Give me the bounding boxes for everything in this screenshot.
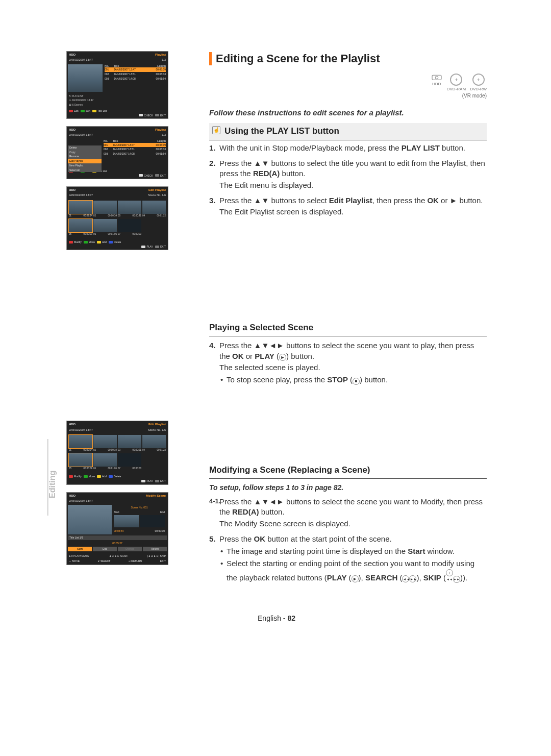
side-tab: Editing xyxy=(46,465,59,500)
osd-preview-thumb xyxy=(68,64,103,92)
step-1: 1. With the unit in Stop mode/Playback m… xyxy=(209,143,487,153)
heading-modifying-scene: Modifying a Scene (Replacing a Scene) xyxy=(209,465,487,479)
play-icon: ► xyxy=(352,575,359,582)
osd-playlist: HDD Playlist JAN/02/2007 13:47 1/3 No. T… xyxy=(66,51,168,119)
skip-fwd-icon: ►►| xyxy=(453,576,460,583)
dvd-rw-icon: +DVD-RW xyxy=(470,74,487,92)
dvd-ram-icon: +DVD-RAM xyxy=(447,74,466,92)
steps-playlist: 1. With the unit in Stop mode/Playback m… xyxy=(209,143,487,217)
page: Editing HDD Playlist JAN/02/2007 13:47 1… xyxy=(66,51,487,588)
heading-playing-selected-scene: Playing a Selected Scene xyxy=(209,322,487,336)
steps-modify: 4-1. Press the ▲▼◄► buttons to select th… xyxy=(209,497,487,583)
osd-row-2: 002JAN/02/2007 13:5100:03:33 xyxy=(105,72,166,77)
footer: English - 82 xyxy=(66,614,487,623)
hdd-icon: HDD xyxy=(431,71,443,87)
device-icons: HDD +DVD-RAM +DVD-RW xyxy=(429,71,487,93)
sub-heading-playlist-button: ☝ Using the PLAY LIST button xyxy=(209,123,487,140)
osd-context-menu: Delete Copy Rename Edit Playlist New Pla… xyxy=(68,145,102,173)
steps-playing: 4. Press the ▲▼◄► buttons to select the … xyxy=(209,340,487,385)
step-5: 5. Press the OK button at the start poin… xyxy=(209,534,487,583)
follow-instructions: Follow these instructions to edit scenes… xyxy=(209,108,487,118)
osd-count: 1/3 xyxy=(162,58,166,62)
search-fwd-icon: ►► xyxy=(409,575,416,582)
setup-note: To setup, follow steps 1 to 3 in page 82… xyxy=(209,483,487,493)
svg-point-1 xyxy=(435,76,438,79)
osd-row-3: 003JAN/02/2007 14:0800:01:54 xyxy=(105,77,166,81)
osd-date: JAN/02/2007 13:47 xyxy=(69,58,93,62)
vr-mode-label: (VR mode) xyxy=(209,92,487,100)
step-4-1: 4-1. Press the ▲▼◄► buttons to select th… xyxy=(209,497,487,529)
main-heading-text: Editing a Scene for the Playlist xyxy=(216,51,380,66)
osd-edit-playlist-grid-2: HDD Edit Playlist JAN/02/2007 13:47 Scen… xyxy=(66,421,168,484)
play-icon: ► xyxy=(279,354,286,361)
search-back-icon: ◄◄ xyxy=(402,575,409,582)
osd-playlist-label: Playlist xyxy=(155,53,166,57)
left-column: Editing HDD Playlist JAN/02/2007 13:47 1… xyxy=(66,51,189,588)
step-2: 2. Press the ▲▼ buttons to select the ti… xyxy=(209,158,487,190)
osd-playlist-edit-menu: HDD Playlist JAN/02/2007 13:47 1/3 Delet… xyxy=(66,126,168,179)
osd-hdd: HDD xyxy=(69,53,76,57)
right-column: Editing a Scene for the Playlist HDD +DV… xyxy=(209,51,487,588)
hand-icon: ☝ xyxy=(212,126,220,134)
osd-edit-playlist-grid: HDD Edit Playlist JAN/02/2007 13:47 Scen… xyxy=(66,186,168,250)
osd-modify-scene: HDD Modify Scene JAN/02/2007 13:47 Scene… xyxy=(66,492,168,566)
step-3: 3. Press the ▲▼ buttons to select Edit P… xyxy=(209,196,487,217)
stop-icon: ■ xyxy=(353,378,360,385)
step-4: 4. Press the ▲▼◄► buttons to select the … xyxy=(209,340,487,385)
osd-row-1: 001JAN/02/2007 13:4700:06:09 xyxy=(105,67,166,72)
skip-back-icon: |◄◄ xyxy=(446,569,453,576)
main-heading: Editing a Scene for the Playlist xyxy=(209,51,487,66)
sub-heading-text: Using the PLAY LIST button xyxy=(224,126,339,136)
section-marker xyxy=(209,52,212,65)
